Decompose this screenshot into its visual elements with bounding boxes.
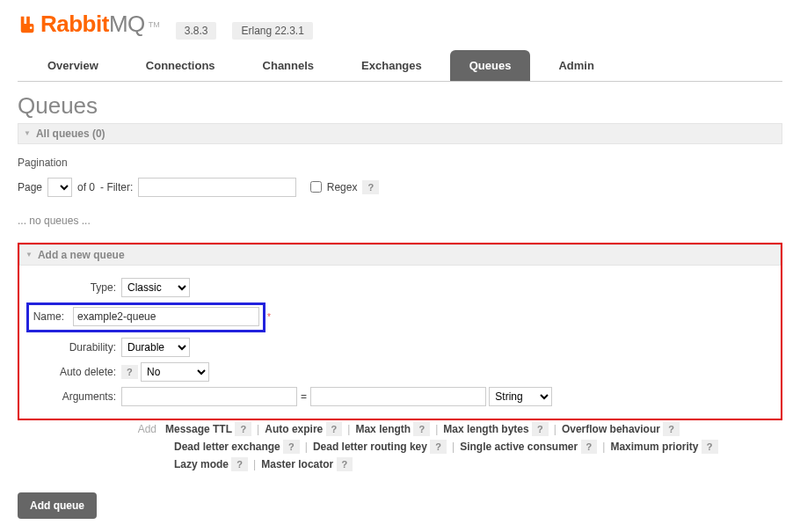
- add-queue-header[interactable]: ▼ Add a new queue: [19, 244, 781, 266]
- tab-queues[interactable]: Queues: [450, 50, 531, 81]
- logo-text: RabbitMQ: [40, 11, 145, 38]
- hint-master-locator[interactable]: Master locator: [261, 458, 333, 470]
- durability-label: Durability:: [26, 341, 121, 353]
- hint-overflow-behaviour[interactable]: Overflow behaviour: [562, 423, 660, 435]
- hint-help-icon[interactable]: ?: [413, 422, 430, 436]
- name-label: Name:: [33, 310, 69, 323]
- main-tabs: Overview Connections Channels Exchanges …: [18, 50, 782, 82]
- arg-key-input[interactable]: [121, 387, 297, 406]
- arg-type-select[interactable]: String: [489, 387, 552, 406]
- hint-auto-expire[interactable]: Auto expire: [265, 423, 323, 435]
- hint-max-length[interactable]: Max length: [355, 423, 411, 435]
- hint-help-icon[interactable]: ?: [283, 440, 300, 454]
- auto-delete-select[interactable]: No: [141, 362, 209, 382]
- hint-message-ttl[interactable]: Message TTL: [165, 423, 232, 435]
- durability-select[interactable]: Durable: [121, 338, 190, 357]
- hint-help-icon[interactable]: ?: [235, 422, 251, 436]
- hint-single-active-consumer[interactable]: Single active consumer: [460, 441, 578, 453]
- all-queues-header[interactable]: ▼ All queues (0): [18, 123, 782, 144]
- page-label: Page: [18, 181, 42, 193]
- name-highlight-box: Name:: [26, 302, 265, 332]
- hint-help-icon[interactable]: ?: [326, 422, 343, 436]
- regex-help-icon[interactable]: ?: [362, 180, 379, 194]
- page-select[interactable]: [47, 178, 72, 197]
- tab-channels[interactable]: Channels: [244, 50, 334, 81]
- hint-max-length-bytes[interactable]: Max length bytes: [443, 423, 528, 435]
- name-input[interactable]: [73, 307, 259, 326]
- regex-checkbox[interactable]: [310, 181, 322, 193]
- no-queues-text: ... no queues ...: [18, 215, 782, 227]
- hint-dl-routing-key[interactable]: Dead letter routing key: [313, 441, 427, 453]
- hint-max-priority[interactable]: Maximum priority: [610, 441, 698, 453]
- tab-connections[interactable]: Connections: [127, 50, 235, 81]
- auto-delete-help-icon[interactable]: ?: [121, 365, 138, 379]
- hint-help-icon[interactable]: ?: [702, 440, 718, 454]
- arg-val-input[interactable]: [310, 387, 486, 406]
- all-queues-label: All queues (0): [36, 128, 105, 140]
- version-badge: 3.8.3: [176, 22, 217, 40]
- type-select[interactable]: Classic: [121, 278, 190, 297]
- chevron-down-icon: ▼: [24, 129, 31, 137]
- rabbit-icon: [18, 15, 39, 34]
- filter-input[interactable]: [138, 178, 296, 197]
- of-text: of 0: [77, 181, 95, 193]
- hint-lazy-mode[interactable]: Lazy mode: [174, 458, 229, 470]
- hint-help-icon[interactable]: ?: [581, 440, 598, 454]
- hint-help-icon[interactable]: ?: [231, 457, 248, 471]
- add-queue-form: Type: Classic Name: * Durability: Durabl…: [19, 266, 781, 419]
- equals-sign: =: [301, 390, 307, 403]
- filter-label: - Filter:: [100, 181, 133, 193]
- chevron-down-icon: ▼: [25, 251, 33, 259]
- erlang-badge: Erlang 22.3.1: [232, 22, 312, 40]
- trademark: TM: [149, 20, 160, 29]
- regex-label: Regex: [327, 181, 358, 193]
- pagination-label: Pagination: [18, 157, 782, 169]
- add-queue-highlight-box: ▼ Add a new queue Type: Classic Name: * …: [18, 243, 782, 420]
- header: RabbitMQ TM 3.8.3 Erlang 22.3.1: [18, 7, 782, 50]
- hint-help-icon[interactable]: ?: [430, 440, 447, 454]
- tab-overview[interactable]: Overview: [28, 50, 118, 81]
- hint-help-icon[interactable]: ?: [663, 422, 680, 436]
- argument-hints: Add Message TTL ?| Auto expire ?| Max le…: [18, 420, 782, 480]
- tab-exchanges[interactable]: Exchanges: [342, 50, 441, 81]
- hints-add-label: Add: [25, 423, 165, 435]
- arguments-label: Arguments:: [26, 390, 121, 403]
- pagination-controls: Page of 0 - Filter: Regex ?: [18, 178, 782, 197]
- type-label: Type:: [26, 281, 121, 294]
- required-asterisk: *: [267, 312, 271, 322]
- hint-dl-exchange[interactable]: Dead letter exchange: [174, 441, 280, 453]
- logo: RabbitMQ TM: [18, 11, 160, 38]
- page-title: Queues: [18, 92, 782, 120]
- hint-help-icon[interactable]: ?: [337, 457, 353, 471]
- tab-admin[interactable]: Admin: [539, 50, 613, 81]
- auto-delete-label: Auto delete:: [26, 366, 121, 378]
- hint-help-icon[interactable]: ?: [532, 422, 549, 436]
- add-queue-label: Add a new queue: [38, 249, 125, 261]
- add-queue-button[interactable]: Add queue: [18, 492, 97, 519]
